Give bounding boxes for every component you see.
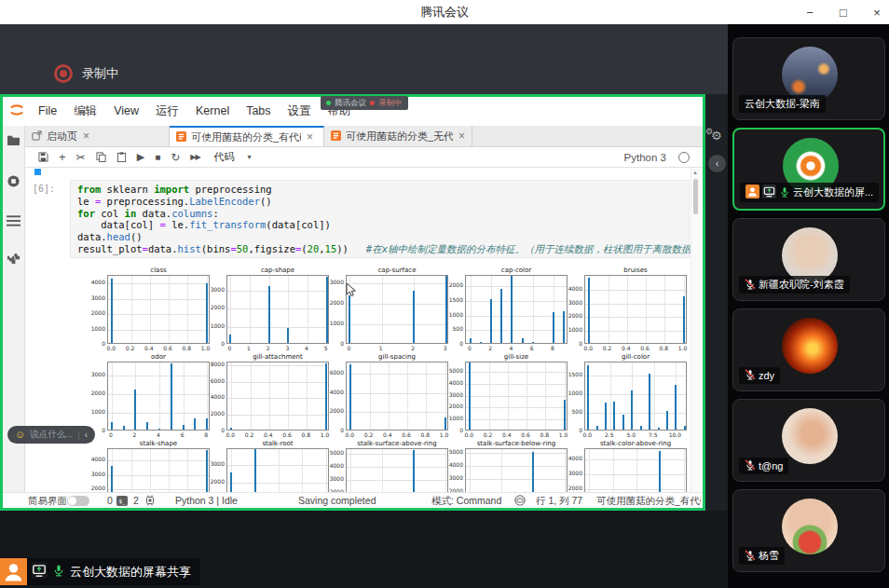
menu-item-1[interactable]: File: [30, 104, 65, 117]
extensions-icon[interactable]: [7, 251, 21, 268]
y-tick-label: 1000: [90, 409, 105, 415]
run-cell-icon[interactable]: ▶: [137, 152, 144, 162]
scrollbar[interactable]: ▲: [691, 168, 701, 492]
notebook-toolbar: + ✂ ▶ ■ ↻ ▶▶ 代码 ▾ Python 3: [25, 147, 703, 168]
chat-input-pill[interactable]: ☺ 说点什么... | ‹: [7, 426, 95, 444]
x-tick-label: 0.4: [622, 345, 631, 351]
collapse-sidebar-button[interactable]: ‹: [708, 155, 726, 172]
share-control-pill[interactable]: 腾讯会议 录制中: [321, 96, 408, 110]
plot-area: [465, 362, 568, 431]
x-tick-label: 4: [157, 431, 160, 438]
mic-muted-icon: [745, 550, 756, 563]
plot-area: [346, 448, 448, 492]
notebook-content[interactable]: [6]: from sklearn import preprocessingle…: [25, 168, 703, 492]
close-tab-icon[interactable]: ×: [307, 130, 313, 144]
cell-collapser[interactable]: [34, 169, 41, 175]
x-tick-label: 0.0: [107, 345, 116, 351]
subplot-title: stalk-surface-below-ring: [465, 440, 568, 447]
y-tick-label: 2000: [329, 408, 344, 414]
menu-item-7[interactable]: 设置: [280, 104, 320, 117]
recording-indicator: 录制中: [54, 64, 118, 83]
participant-tile[interactable]: t@ng: [732, 399, 885, 482]
menu-item-3[interactable]: View: [105, 104, 147, 117]
menu-item-2[interactable]: 编辑: [65, 104, 105, 117]
scroll-thumb[interactable]: [693, 179, 698, 214]
paste-cells-icon[interactable]: [116, 152, 127, 162]
y-tick-label: 0: [568, 428, 582, 433]
avatar: [782, 408, 838, 464]
simple-ui-toggle[interactable]: [67, 496, 89, 506]
cell-type-value: 代码: [214, 150, 235, 164]
restart-kernel-icon[interactable]: ↻: [171, 152, 180, 163]
subplot-title: stalk-shape: [107, 440, 210, 447]
code-cell[interactable]: from sklearn import preprocessingle = pr…: [70, 180, 690, 258]
running-kernels-icon[interactable]: [7, 174, 21, 192]
add-cell-icon[interactable]: +: [59, 151, 66, 163]
stop-kernel-icon[interactable]: ■: [155, 153, 160, 162]
subplot-gill-color: gill-color0500100015000.02.55.07.510.0: [568, 353, 687, 439]
y-tick-label: 4000: [90, 280, 105, 285]
y-tick-label: 3000: [90, 472, 105, 477]
participant-tile[interactable]: 云创大数据-梁南: [732, 37, 885, 120]
copy-cells-icon[interactable]: [96, 152, 106, 162]
scroll-up-icon[interactable]: ▲: [692, 170, 698, 175]
x-tick-label: 0.6: [402, 431, 411, 438]
participant-tile[interactable]: 云创大数据的屏...: [732, 128, 885, 211]
save-icon[interactable]: [38, 152, 48, 162]
x-tick-label: 8: [204, 431, 208, 438]
participant-name-label: t@ng: [739, 458, 788, 474]
cursor-position[interactable]: 行 1, 列 77: [536, 495, 582, 508]
x-tick-label: 1.0: [440, 431, 449, 438]
command-mode[interactable]: 模式: Command: [431, 495, 501, 508]
avatar: [782, 318, 838, 374]
cell-prompt: [6]:: [33, 184, 55, 194]
status-filename: 可使用菌菇的分类_有代码.ipynb: [596, 495, 701, 508]
y-tick-label: 0: [210, 341, 225, 347]
minimize-button[interactable]: −: [803, 6, 816, 20]
subplot-title: cap-surface: [346, 267, 448, 274]
y-tick-label: 3000: [90, 295, 105, 301]
file-browser-icon[interactable]: [7, 133, 21, 150]
close-button[interactable]: ×: [870, 6, 883, 20]
y-tick-label: 0: [448, 428, 463, 433]
chat-placeholder[interactable]: 说点什么...: [30, 429, 73, 441]
tab-2[interactable]: 可使用菌菇的分类_有代码.ipy×: [170, 126, 324, 146]
y-tick-label: 4000: [329, 390, 344, 395]
x-tick-label: 0.0: [226, 431, 236, 438]
plot-area: [584, 275, 687, 344]
x-tick-label: 0.2: [603, 345, 612, 351]
cut-cells-icon[interactable]: ✂: [76, 152, 86, 163]
y-tick-label: 2000: [448, 403, 463, 409]
close-tab-icon[interactable]: ×: [83, 130, 89, 143]
participant-name: 云创大数据的屏...: [793, 185, 873, 199]
view-settings-button[interactable]: ⚙ ⚙: [705, 127, 728, 145]
y-tick-label: 0: [568, 341, 582, 347]
cell-type-select[interactable]: 代码 ▾: [214, 150, 252, 164]
close-tab-icon[interactable]: ×: [458, 130, 465, 143]
maximize-button[interactable]: □: [837, 6, 850, 20]
pill-recording-label: 录制中: [378, 98, 403, 109]
y-tick-label: 2000: [90, 310, 105, 316]
participant-tile[interactable]: 新疆农职院-刘素霞: [732, 218, 885, 301]
menu-item-5[interactable]: Kernel: [187, 104, 238, 117]
saving-status: Saving completed: [298, 495, 376, 506]
participant-tile[interactable]: zdy: [732, 308, 885, 391]
collapse-chat-icon[interactable]: ‹: [85, 430, 88, 440]
tab-1[interactable]: 启动页×: [25, 126, 170, 146]
gear-small-icon: ⚙: [705, 127, 713, 136]
emoji-icon[interactable]: ☺: [15, 430, 25, 440]
x-tick-label: 0.8: [302, 431, 311, 438]
table-of-contents-icon[interactable]: [7, 213, 21, 230]
subplot-stalk-surface-above-ring: stalk-surface-above-ring0100020003000400…: [329, 440, 448, 492]
menu-item-4[interactable]: 运行: [147, 104, 187, 117]
kernel-name[interactable]: Python 3: [624, 152, 666, 163]
y-tick-label: 500: [568, 409, 582, 415]
menu-item-6[interactable]: Tabs: [238, 104, 279, 117]
tab-3[interactable]: 可使用菌菇的分类_无代码.ipy×: [324, 126, 472, 146]
avatar: [782, 499, 838, 554]
restart-run-all-icon[interactable]: ▶▶: [190, 154, 199, 161]
participant-tile[interactable]: 杨雪: [732, 489, 885, 572]
subplot-odor: odor010002000300002468: [90, 353, 210, 439]
x-tick-label: 0.4: [264, 431, 273, 438]
kernel-status-text[interactable]: Python 3 | Idle: [175, 495, 238, 506]
